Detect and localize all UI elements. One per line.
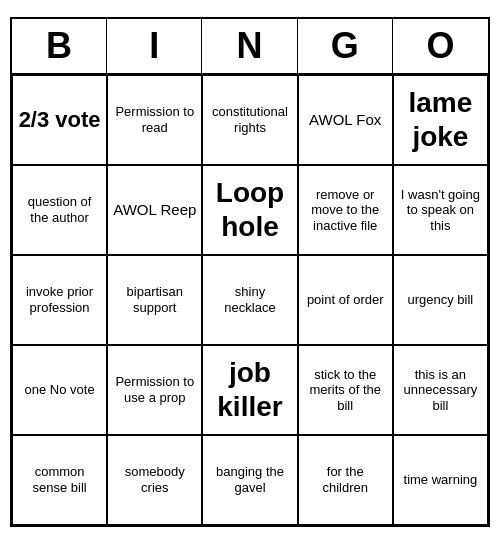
- bingo-cell-22: banging the gavel: [202, 435, 297, 525]
- bingo-cell-21: somebody cries: [107, 435, 202, 525]
- bingo-cell-15: one No vote: [12, 345, 107, 435]
- header-letter-i: I: [107, 19, 202, 73]
- bingo-cell-20: common sense bill: [12, 435, 107, 525]
- bingo-card: BINGO 2/3 votePermission to readconstitu…: [10, 17, 490, 527]
- bingo-cell-8: remove or move to the inactive file: [298, 165, 393, 255]
- bingo-cell-7: Loop hole: [202, 165, 297, 255]
- bingo-cell-23: for the children: [298, 435, 393, 525]
- bingo-cell-14: urgency bill: [393, 255, 488, 345]
- bingo-cell-1: Permission to read: [107, 75, 202, 165]
- header-letter-n: N: [202, 19, 297, 73]
- header-letter-b: B: [12, 19, 107, 73]
- bingo-cell-17: job killer: [202, 345, 297, 435]
- bingo-cell-16: Permission to use a prop: [107, 345, 202, 435]
- bingo-cell-10: invoke prior profession: [12, 255, 107, 345]
- bingo-cell-19: this is an unnecessary bill: [393, 345, 488, 435]
- header-letter-g: G: [298, 19, 393, 73]
- bingo-cell-9: I wasn't going to speak on this: [393, 165, 488, 255]
- bingo-cell-13: point of order: [298, 255, 393, 345]
- bingo-grid: 2/3 votePermission to readconstitutional…: [12, 75, 488, 525]
- bingo-cell-18: stick to the merits of the bill: [298, 345, 393, 435]
- bingo-cell-5: question of the author: [12, 165, 107, 255]
- bingo-cell-3: AWOL Fox: [298, 75, 393, 165]
- bingo-cell-6: AWOL Reep: [107, 165, 202, 255]
- bingo-header: BINGO: [12, 19, 488, 75]
- bingo-cell-12: shiny necklace: [202, 255, 297, 345]
- bingo-cell-11: bipartisan support: [107, 255, 202, 345]
- header-letter-o: O: [393, 19, 488, 73]
- bingo-cell-0: 2/3 vote: [12, 75, 107, 165]
- bingo-cell-24: time warning: [393, 435, 488, 525]
- bingo-cell-2: constitutional rights: [202, 75, 297, 165]
- bingo-cell-4: lame joke: [393, 75, 488, 165]
